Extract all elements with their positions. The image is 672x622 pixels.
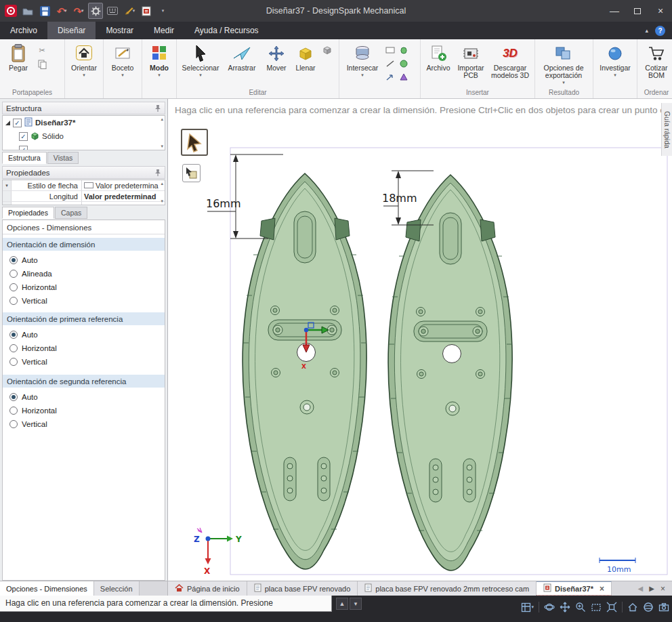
copy-icon[interactable] [35,58,49,70]
orient-button[interactable]: Orientar ▾ [68,41,100,78]
next-tab-icon[interactable]: ▶ [649,585,654,592]
model-left-plate[interactable] [243,173,366,569]
close-button[interactable]: × [649,0,672,22]
prev-tab-icon[interactable]: ◀ [638,585,644,592]
dimension-label[interactable]: 16mm [206,197,241,210]
scroll-down-icon[interactable]: ▾ [161,144,163,149]
style-brush-icon[interactable]: ▾ [122,3,137,19]
zoom-extents-icon[interactable] [606,602,617,613]
pcb-document-icon[interactable] [139,3,154,19]
property-group-caret-icon[interactable]: ▾ [3,180,12,190]
radio-horizontal[interactable]: Horizontal [9,405,162,417]
doc-tab-placa-base-2mm[interactable]: placa base FPV renovado 2mm retroceso ca… [358,581,537,596]
collapse-panel-icon[interactable]: ▲ [336,598,348,610]
tree-item-clipped[interactable]: ✓ [3,143,165,150]
property-value[interactable]: Valor predetermina [82,180,165,190]
pan-icon[interactable] [560,602,570,613]
sketch-button[interactable]: Boceto ▾ [106,41,139,78]
circle-tool-icon[interactable] [398,58,410,70]
quote-bom-button[interactable]: CotizarBOM [640,41,672,79]
radio-vertical[interactable]: Vertical [9,418,162,430]
tab-opciones-dimensiones[interactable]: Opciones - Dimensiones [0,581,94,596]
radio-vertical[interactable]: Vertical [9,356,162,368]
tab-propiedades[interactable]: Propiedades [2,207,54,219]
plan-view-icon[interactable] [627,602,638,613]
expand-arrow-icon[interactable] [5,121,10,125]
radio-auto[interactable]: Auto [9,254,162,266]
minimize-button[interactable]: — [603,0,626,22]
tab-ayuda[interactable]: Ayuda / Recursos [184,22,269,39]
sphere-view-icon[interactable] [643,602,654,613]
open-file-icon[interactable] [20,3,35,19]
maximize-button[interactable] [626,0,649,22]
collapse-ribbon-icon[interactable]: ▴ [645,27,648,34]
shell-icon[interactable] [398,71,410,83]
pin-icon[interactable] [154,104,161,112]
tab-capas[interactable]: Capas [55,207,87,219]
select-tool-button[interactable] [181,129,208,156]
import-pcb-button[interactable]: ImportarPCB [455,41,487,79]
export-options-button[interactable]: Opciones deexportación ▾ [538,41,589,85]
property-row[interactable]: ▾ Estilo de flecha Valor predetermina [3,180,165,191]
radio-horizontal[interactable]: Horizontal [9,342,162,354]
tab-estructura[interactable]: Estructura [2,152,47,164]
close-document-icon[interactable]: × [660,584,665,594]
model-right-plate[interactable] [388,175,512,571]
doc-tab-disenar37[interactable]: Diseñar37* × [537,581,612,596]
cut-icon[interactable]: ✂ [35,44,49,56]
investigate-button[interactable]: Investigar ▾ [596,41,634,78]
pull-button[interactable]: Arrastrar [223,41,261,72]
select-box-tool-button[interactable] [182,164,201,182]
checkbox-checked[interactable]: ✓ [13,119,22,127]
tree-item-solid[interactable]: ✓ Sólido [3,129,165,143]
tab-disenar[interactable]: Diseñar [47,22,96,39]
sketch-rect-icon[interactable] [384,44,396,56]
move-button[interactable]: Mover [262,41,291,72]
line-tool-icon[interactable] [384,58,396,70]
qat-overflow-icon[interactable]: ▾ [156,3,171,19]
doc-tab-home[interactable]: Página de inicio [168,581,247,596]
close-tab-icon[interactable]: × [600,584,604,594]
body-cube-icon[interactable] [320,44,334,56]
paste-button[interactable]: Pegar [3,41,34,72]
views-grid-icon[interactable]: ▾ [521,602,534,613]
intersect-button[interactable]: Intersecar ▾ [342,41,383,78]
keyboard-icon[interactable] [105,3,120,19]
tab-archivo[interactable]: Archivo [0,22,47,39]
tab-seleccion[interactable]: Selección [94,581,140,596]
radio-vertical[interactable]: Vertical [9,295,162,307]
radio-auto[interactable]: Auto [9,329,162,341]
tab-vistas[interactable]: Vistas [47,152,79,164]
checkbox-checked[interactable]: ✓ [19,146,28,151]
design-viewport[interactable]: 16mm 18mm [168,99,672,581]
zoom-window-icon[interactable] [591,602,602,613]
dimension-label[interactable]: 18mm [382,192,417,205]
quick-guide-tab[interactable]: Guía rápida [661,103,672,156]
checkbox-checked[interactable]: ✓ [19,132,28,141]
radio-alineada[interactable]: Alineada [9,268,162,280]
help-icon[interactable]: ? [655,26,665,36]
app-logo-icon[interactable] [3,3,18,19]
insert-file-button[interactable]: Archivo [423,41,453,72]
zoom-icon[interactable] [575,602,586,613]
doc-tab-placa-base[interactable]: placa base FPV renovado [247,581,358,596]
property-row[interactable]: Longitud Valor predeterminad [3,191,165,202]
snapshot-icon[interactable] [658,602,669,612]
scroll-down-icon[interactable]: ▾ [161,199,163,204]
undo-icon[interactable]: ↶▾ [54,3,69,19]
download-3d-button[interactable]: 3D Descargarmodelos 3D [488,41,532,79]
pin-icon[interactable] [154,169,161,177]
orbit-icon[interactable] [544,602,555,613]
fill-button[interactable]: Llenar [292,41,319,72]
tab-mostrar[interactable]: Mostrar [96,22,144,39]
axes-triad[interactable]: Y X Z [194,528,242,576]
cylinder-icon[interactable] [398,44,410,56]
save-icon[interactable] [37,3,52,19]
scroll-up-icon[interactable]: ▴ [161,117,163,122]
settings-gear-icon[interactable] [88,3,103,19]
redo-icon[interactable]: ↷▾ [71,3,86,19]
tab-medir[interactable]: Medir [144,22,184,39]
tree-item-root[interactable]: ✓ Diseñar37* [3,116,165,129]
mode-button[interactable]: Modo ▾ [145,41,173,78]
select-button[interactable]: Seleccionar ▾ [180,41,222,78]
